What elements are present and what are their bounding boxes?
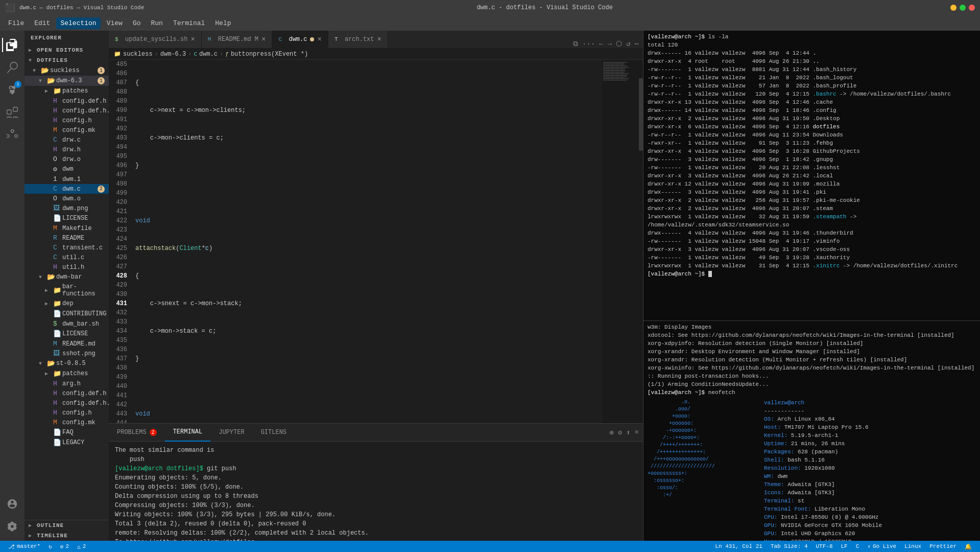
tree-item-dwm-png[interactable]: ▶ 🖼 dwm.png [25, 203, 109, 213]
status-errors[interactable]: ⊘ 2 [56, 543, 73, 550]
status-encoding[interactable]: UTF-8 [812, 543, 837, 549]
tree-item-makefile[interactable]: ▶ M Makefile [25, 223, 109, 233]
tree-item-config-mk[interactable]: ▶ M config.mk [25, 125, 109, 135]
status-language[interactable]: C [852, 543, 864, 549]
tree-item-util-c[interactable]: ▶ C util.c [25, 252, 109, 262]
minimize-button[interactable] [950, 5, 957, 11]
panel-tab-jupyter[interactable]: JUPYTER [210, 424, 252, 442]
tab-dwmc[interactable]: C dwm.c × [272, 31, 328, 48]
tree-item-config-def-h-orig-st[interactable]: ▶ H config.def.h.orig [25, 398, 109, 408]
code-editor[interactable]: 485 486 487 488 489 490 491 492 493 494 … [109, 60, 643, 423]
sidebar-scroll[interactable]: ▶ OPEN EDITORS ▼ DOTFILES ▼ 📂 suckless 1… [25, 45, 109, 520]
tree-item-drw-c[interactable]: ▶ C drw.c [25, 135, 109, 145]
menu-view[interactable]: View [103, 17, 127, 29]
tree-item-sshot-png[interactable]: ▶ 🖼 sshot.png [25, 349, 109, 358]
tab-dwmc-close[interactable]: × [317, 35, 321, 43]
extensions-activity-icon[interactable] [2, 102, 22, 123]
tree-item-dwm-c[interactable]: ▶ C dwm.c 2 [25, 184, 109, 194]
tab-arch[interactable]: T arch.txt × [328, 31, 388, 48]
menu-terminal[interactable]: Terminal [169, 17, 209, 29]
tree-item-util-h[interactable]: ▶ H util.h [25, 262, 109, 272]
tab-arch-close[interactable]: × [377, 35, 381, 43]
tree-item-license-2[interactable]: ▶ 📄 LICENSE [25, 329, 109, 339]
menu-help[interactable]: Help [211, 17, 235, 29]
status-notifications[interactable]: 🔔 [961, 543, 976, 550]
accounts-activity-icon[interactable] [2, 494, 22, 514]
tab-readme-close[interactable]: × [261, 35, 266, 43]
settings-activity-icon[interactable] [2, 516, 22, 537]
breadcrumb-suckless[interactable]: suckless [123, 51, 153, 58]
tree-item-suckless[interactable]: ▼ 📂 suckless 1 [25, 65, 109, 76]
tab-update-sysclls-close[interactable]: × [190, 35, 195, 43]
tree-item-dwm-bar-sh[interactable]: ▶ $ dwm_bar.sh [25, 319, 109, 329]
outline-section[interactable]: ▶ OUTLINE [25, 520, 109, 531]
panel-tab-terminal[interactable]: TERMINAL [165, 424, 211, 442]
tree-item-drw-o[interactable]: ▶ O drw.o [25, 154, 109, 164]
tree-item-config-h[interactable]: ▶ H config.h [25, 116, 109, 125]
maximize-button[interactable] [960, 5, 966, 11]
close-button[interactable] [969, 5, 975, 11]
status-golive[interactable]: ⚡ Go Live [863, 543, 900, 550]
open-changes-icon[interactable]: ⬡ [616, 39, 622, 48]
right-terminal-bottom[interactable]: w3m: Display Images xdotool: See https:/… [643, 321, 980, 541]
tree-item-dwm63[interactable]: ▼ 📂 dwm-6.3 1 [25, 76, 109, 86]
tree-item-config-def-h[interactable]: ▶ H config.def.h [25, 96, 109, 106]
panel-split-icon[interactable]: ⊕ [609, 428, 613, 437]
split-editor-icon[interactable]: ⧉ [573, 40, 578, 48]
tab-readme[interactable]: M README.md M × [202, 31, 273, 48]
go-back-icon[interactable]: ← [599, 40, 603, 48]
panel-maximize-icon[interactable]: ⬆ [626, 428, 630, 437]
run-debug-activity-icon[interactable] [2, 125, 22, 145]
search-activity-icon[interactable] [2, 57, 22, 78]
tree-item-dwmbar[interactable]: ▼ 📂 dwm-bar [25, 272, 109, 282]
tree-item-dwm[interactable]: ▶ ⚙ dwm [25, 164, 109, 174]
more-editor-actions-icon[interactable]: ⋯ [635, 39, 639, 48]
tree-item-legacy[interactable]: ▶ 📄 LEGACY [25, 438, 109, 448]
tree-item-readme-md[interactable]: ▶ M README.md [25, 339, 109, 349]
go-forward-icon[interactable]: → [608, 40, 612, 48]
right-terminal-top[interactable]: [vallezw@arch ~]$ ls -la total 120 drwx-… [643, 31, 980, 320]
breadcrumb-dwm63[interactable]: dwm-6.3 [160, 51, 186, 58]
breadcrumb-buttonpress[interactable]: buttonpress(XEvent *) [231, 51, 308, 58]
tree-item-st085[interactable]: ▼ 📂 st-0.8.5 [25, 358, 109, 369]
status-os[interactable]: Linux [900, 543, 925, 549]
timeline-section[interactable]: ▶ TIMELINE [25, 531, 109, 541]
menu-selection[interactable]: Selection [56, 17, 100, 29]
tree-item-faq[interactable]: ▶ 📄 FAQ [25, 427, 109, 438]
dotfiles-section[interactable]: ▼ DOTFILES [25, 55, 109, 65]
tree-item-dep[interactable]: ▶ 📁 dep [25, 298, 109, 309]
code-content[interactable]: { c->next = c->mon->clients; c->mon->cli… [131, 60, 602, 423]
tree-item-drw-h[interactable]: ▶ H drw.h [25, 145, 109, 154]
panel-terminal-content[interactable]: The most similar command is push [vallez… [109, 442, 643, 541]
tree-item-bar-functions[interactable]: ▶ 📁 bar-functions [25, 282, 109, 298]
status-tabsize[interactable]: Tab Size: 4 [767, 543, 812, 549]
menu-run[interactable]: Run [147, 17, 166, 29]
open-editors-section[interactable]: ▶ OPEN EDITORS [25, 45, 109, 55]
tree-item-patches[interactable]: ▶ 📁 patches [25, 86, 109, 96]
panel-tab-problems[interactable]: PROBLEMS 2 [109, 424, 165, 442]
tree-item-readme[interactable]: ▶ R README [25, 233, 109, 243]
tree-item-config-mk-st[interactable]: ▶ M config.mk [25, 418, 109, 427]
tree-item-dwm-o[interactable]: ▶ O dwm.o [25, 194, 109, 203]
breadcrumb-dwmc[interactable]: dwm.c [199, 51, 218, 58]
refresh-icon[interactable]: ↺ [626, 39, 630, 48]
status-line-ending[interactable]: LF [837, 543, 852, 549]
explorer-activity-icon[interactable] [2, 35, 22, 55]
status-sync[interactable]: ↻ [44, 543, 56, 550]
status-line-col[interactable]: Ln 431, Col 21 [711, 543, 766, 549]
tree-item-arg-h[interactable]: ▶ H arg.h [25, 379, 109, 388]
tree-item-license[interactable]: ▶ 📄 LICENSE [25, 213, 109, 223]
tab-update-sysclls[interactable]: $ update_sysclls.sh × [109, 31, 202, 48]
menu-edit[interactable]: Edit [30, 17, 54, 29]
status-warnings[interactable]: △ 2 [73, 543, 90, 550]
more-actions-icon[interactable]: ··· [582, 40, 595, 48]
status-prettier[interactable]: Prettier [925, 543, 961, 549]
panel-tab-gitlens[interactable]: GITLENS [253, 424, 295, 442]
panel-kill-icon[interactable]: ⊘ [618, 428, 622, 437]
menu-file[interactable]: File [4, 17, 28, 29]
tree-item-contributing[interactable]: ▶ 📄 CONTRIBUTING [25, 309, 109, 319]
tree-item-config-def-h-st[interactable]: ▶ H config.def.h [25, 388, 109, 398]
tree-item-config-def-h-orig[interactable]: ▶ H config.def.h.orig [25, 106, 109, 116]
tree-item-patches-st[interactable]: ▶ 📁 patches [25, 369, 109, 379]
tree-item-dwm1[interactable]: ▶ 1 dwm.1 [25, 174, 109, 184]
